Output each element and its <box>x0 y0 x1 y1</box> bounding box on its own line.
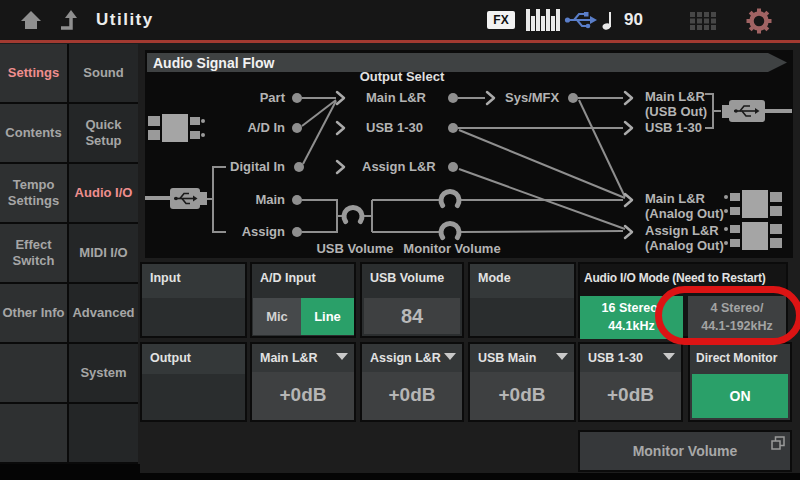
usb-main-gain-cell[interactable]: USB Main +0dB <box>468 342 576 422</box>
audio-io-mode-16-stereo-button[interactable]: 16 Stereo/ 44.1kHz <box>580 296 683 339</box>
sidebar-empty-cell <box>69 404 138 464</box>
sidebar-item-settings[interactable]: Settings <box>0 44 67 104</box>
flow-label-usb-main: Main <box>255 192 285 207</box>
option-line1: 4 Stereo/ <box>688 299 786 317</box>
usb-volume-knob-label: USB Volume <box>316 241 393 256</box>
flow-label-usb-1-30-out: USB 1-30 <box>645 120 702 135</box>
main-lr-gain-label: Main L&R <box>260 351 318 365</box>
sidebar-empty-cell <box>0 404 67 464</box>
line-button[interactable]: Line <box>301 298 354 335</box>
sidebar-item-label: Effect Switch <box>2 237 65 270</box>
dropdown-arrow-icon <box>663 353 675 360</box>
monitor-volume-knob-label: Monitor Volume <box>403 241 500 256</box>
flow-label-main-usb-out-2: (USB Out) <box>645 104 707 119</box>
direct-monitor-label: Direct Monitor <box>696 351 777 365</box>
main-lr-gain-value[interactable]: +0dB <box>252 372 354 420</box>
note-icon[interactable] <box>602 9 614 31</box>
flow-label-digital-in: Digital In <box>230 159 285 174</box>
option-line2: 44.1kHz <box>580 317 683 335</box>
sidebar: Settings Contents Tempo Settings Effect … <box>0 44 138 464</box>
dropdown-arrow-icon <box>336 353 348 360</box>
sidebar-item-sound[interactable]: Sound <box>69 44 138 104</box>
ad-input-cell: A/D Input Mic Line <box>250 262 356 338</box>
usb-volume-value[interactable]: 84 <box>364 298 460 334</box>
flow-label-ad-in: A/D In <box>247 120 285 135</box>
mic-button[interactable]: Mic <box>253 298 301 335</box>
usb-1-30-gain-value[interactable]: +0dB <box>580 372 681 420</box>
sidebar-item-label: Audio I/O <box>75 185 133 201</box>
tempo-value[interactable]: 90 <box>624 10 643 30</box>
flow-label-main-analog-out: Main L&R <box>645 191 706 206</box>
flow-label-main-analog-out-2: (Analog Out) <box>645 206 724 221</box>
dropdown-arrow-icon <box>444 353 456 360</box>
flow-label-assign-lr: Assign L&R <box>362 159 436 174</box>
audio-io-mode-4-stereo-button[interactable]: 4 Stereo/ 44.1-192kHz <box>688 296 786 339</box>
audio-signal-flow-diagram: Audio Signal Flow Output Select <box>145 50 793 258</box>
output-row-label-cell: Output <box>140 342 247 422</box>
sidebar-item-label: MIDI I/O <box>79 245 127 261</box>
usb-icon <box>564 9 598 31</box>
flow-label-main-lr: Main L&R <box>366 90 427 105</box>
flow-label-usb-1-30: USB 1-30 <box>366 120 423 135</box>
gear-icon[interactable] <box>746 8 772 34</box>
monitor-volume-button-label: Monitor Volume <box>633 443 738 459</box>
monitor-volume-button[interactable]: Monitor Volume <box>578 430 792 472</box>
option-line1: 16 Stereo/ <box>580 299 683 317</box>
assign-lr-gain-label: Assign L&R <box>370 351 441 365</box>
flow-label-usb-assign: Assign <box>242 224 285 239</box>
flow-label-sys-mfx: Sys/MFX <box>505 90 560 105</box>
sidebar-item-audio-io[interactable]: Audio I/O <box>69 164 138 224</box>
usb-volume-label: USB Volume <box>370 271 444 285</box>
sidebar-item-label: System <box>80 365 126 381</box>
titlebar-separator <box>0 40 800 43</box>
sidebar-item-label: Contents <box>5 125 61 141</box>
option-line2: 44.1-192kHz <box>688 317 786 335</box>
usb-1-30-gain-cell[interactable]: USB 1-30 +0dB <box>578 342 683 422</box>
input-row-label: Input <box>150 271 181 285</box>
flow-label-part: Part <box>260 90 286 105</box>
sidebar-item-effect-switch[interactable]: Effect Switch <box>0 224 67 284</box>
keyboard-icon[interactable] <box>526 9 562 31</box>
assign-lr-gain-value[interactable]: +0dB <box>362 372 462 420</box>
ad-input-label: A/D Input <box>260 271 316 285</box>
direct-monitor-on-button[interactable]: ON <box>692 374 788 418</box>
mode-label-cell: Mode <box>468 262 576 338</box>
sidebar-item-label: Advanced <box>72 305 134 321</box>
sidebar-item-label: Sound <box>83 65 123 81</box>
flow-label-assign-analog-out: Assign L&R <box>645 223 719 238</box>
sidebar-item-label: Settings <box>8 65 59 81</box>
return-icon[interactable] <box>58 9 82 31</box>
sidebar-item-advanced[interactable]: Advanced <box>69 284 138 344</box>
sidebar-item-other-info[interactable]: Other Info <box>0 284 67 344</box>
sidebar-item-label: Other Info <box>2 305 64 321</box>
audio-io-mode-label: Audio I/O Mode (Need to Restart) <box>584 271 766 285</box>
page-title: Utility <box>96 10 154 30</box>
fx-badge[interactable]: FX <box>487 11 515 29</box>
usb-volume-cell: USB Volume 84 <box>360 262 464 338</box>
dropdown-arrow-icon <box>556 353 568 360</box>
sidebar-item-midi-io[interactable]: MIDI I/O <box>69 224 138 284</box>
sidebar-item-system[interactable]: System <box>69 344 138 404</box>
sidebar-item-contents[interactable]: Contents <box>0 104 67 164</box>
main-lr-gain-cell[interactable]: Main L&R +0dB <box>250 342 356 422</box>
sidebar-item-quick-setup[interactable]: Quick Setup <box>69 104 138 164</box>
usb-main-gain-value[interactable]: +0dB <box>470 372 574 420</box>
output-select-label: Output Select <box>360 69 445 84</box>
flow-label-assign-analog-out-2: (Analog Out) <box>645 238 724 253</box>
flow-title: Audio Signal Flow <box>153 55 274 71</box>
direct-monitor-cell: Direct Monitor ON <box>688 342 792 422</box>
output-row-label: Output <box>150 351 191 365</box>
home-icon[interactable] <box>20 9 42 31</box>
mode-label: Mode <box>478 271 511 285</box>
usb-1-30-gain-label: USB 1-30 <box>588 351 643 365</box>
assign-lr-gain-cell[interactable]: Assign L&R +0dB <box>360 342 464 422</box>
usb-main-gain-label: USB Main <box>478 351 536 365</box>
grid-icon[interactable] <box>690 12 718 30</box>
sidebar-empty-cell <box>0 344 67 404</box>
popup-window-icon <box>771 436 785 450</box>
sidebar-item-tempo-settings[interactable]: Tempo Settings <box>0 164 67 224</box>
utility-audio-io-screen: { "titlebar": { "title": "Utility", "fx_… <box>0 0 800 480</box>
flow-label-main-usb-out: Main L&R <box>645 89 706 104</box>
title-bar: Utility FX 90 <box>0 0 800 40</box>
audio-io-mode-cell: Audio I/O Mode (Need to Restart) 16 Ster… <box>578 262 788 338</box>
